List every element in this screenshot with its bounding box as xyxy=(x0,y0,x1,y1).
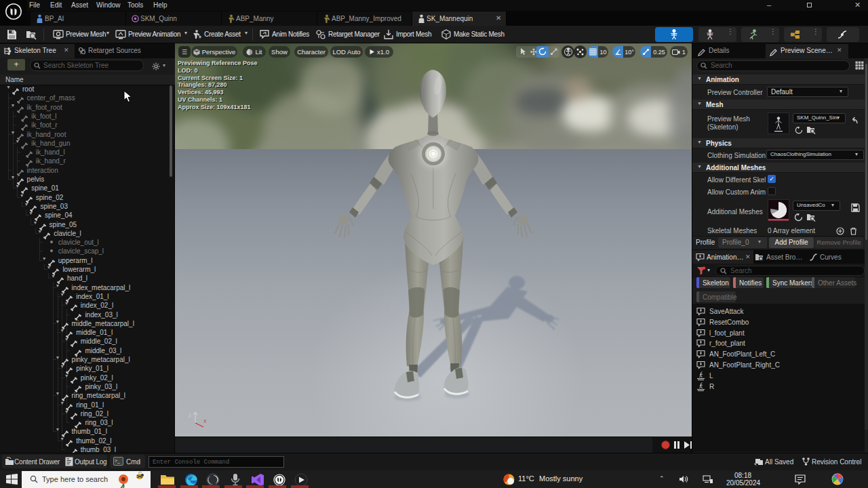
svg-text:Z: Z xyxy=(189,413,192,418)
svg-text:X: X xyxy=(203,419,207,424)
